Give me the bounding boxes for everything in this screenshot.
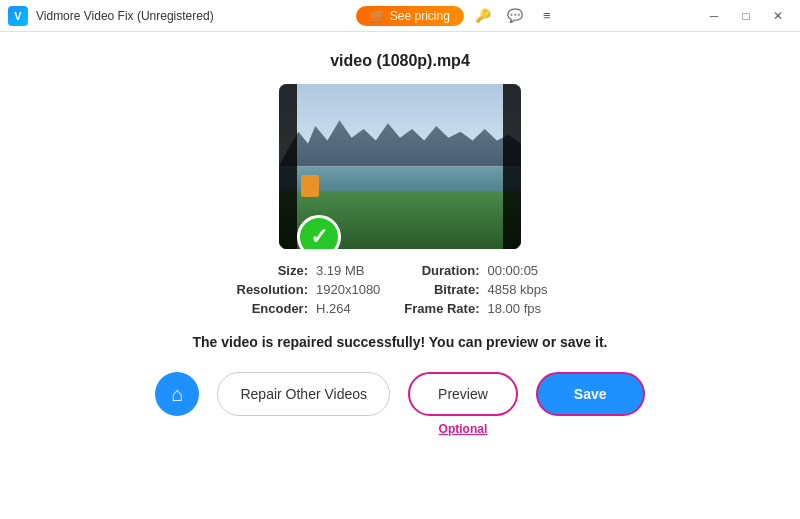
see-pricing-button[interactable]: 🛒 See pricing [356, 6, 464, 26]
duration-value: 00:00:05 [487, 263, 563, 278]
cart-icon: 🛒 [370, 9, 385, 23]
action-bar: ⌂ Repair Other Videos Preview Optional S… [155, 372, 644, 416]
title-bar-left: V Vidmore Video Fix (Unregistered) [8, 6, 214, 26]
resolution-value: 1920x1080 [316, 282, 396, 297]
title-bar: V Vidmore Video Fix (Unregistered) 🛒 See… [0, 0, 800, 32]
preview-button[interactable]: Preview [408, 372, 518, 416]
menu-icon-button[interactable]: ≡ [536, 5, 558, 27]
video-info-table: Size: 3.19 MB Duration: 00:00:05 Resolut… [237, 263, 564, 316]
preview-wrapper: Preview Optional [408, 372, 518, 416]
video-letterbox-left [279, 84, 297, 249]
size-value: 3.19 MB [316, 263, 396, 278]
home-button[interactable]: ⌂ [155, 372, 199, 416]
save-button[interactable]: Save [536, 372, 645, 416]
bitrate-value: 4858 kbps [487, 282, 563, 297]
framerate-label: Frame Rate: [404, 301, 479, 316]
title-bar-icons: 🔑 💬 ≡ [472, 5, 558, 27]
home-icon: ⌂ [171, 383, 183, 406]
success-message: The video is repaired successfully! You … [193, 334, 608, 350]
framerate-value: 18.00 fps [487, 301, 563, 316]
maximize-button[interactable]: □ [732, 5, 760, 27]
encoder-label: Encoder: [237, 301, 309, 316]
minimize-button[interactable]: ─ [700, 5, 728, 27]
chat-icon-button[interactable]: 💬 [504, 5, 526, 27]
app-title: Vidmore Video Fix (Unregistered) [36, 9, 214, 23]
video-orange-box [301, 175, 319, 197]
size-label: Size: [237, 263, 309, 278]
video-filename: video (1080p).mp4 [330, 52, 470, 70]
video-thumbnail: ✓ [279, 84, 521, 249]
video-letterbox-right [503, 84, 521, 249]
duration-label: Duration: [404, 263, 479, 278]
main-content: video (1080p).mp4 ✓ Size: 3.19 MB Durati… [0, 32, 800, 416]
app-icon: V [8, 6, 28, 26]
optional-label: Optional [439, 422, 488, 436]
repair-other-videos-button[interactable]: Repair Other Videos [217, 372, 390, 416]
title-bar-right: ─ □ ✕ [700, 5, 792, 27]
key-icon-button[interactable]: 🔑 [472, 5, 494, 27]
encoder-value: H.264 [316, 301, 396, 316]
bitrate-label: Bitrate: [404, 282, 479, 297]
resolution-label: Resolution: [237, 282, 309, 297]
title-bar-center: 🛒 See pricing 🔑 💬 ≡ [356, 5, 558, 27]
close-button[interactable]: ✕ [764, 5, 792, 27]
